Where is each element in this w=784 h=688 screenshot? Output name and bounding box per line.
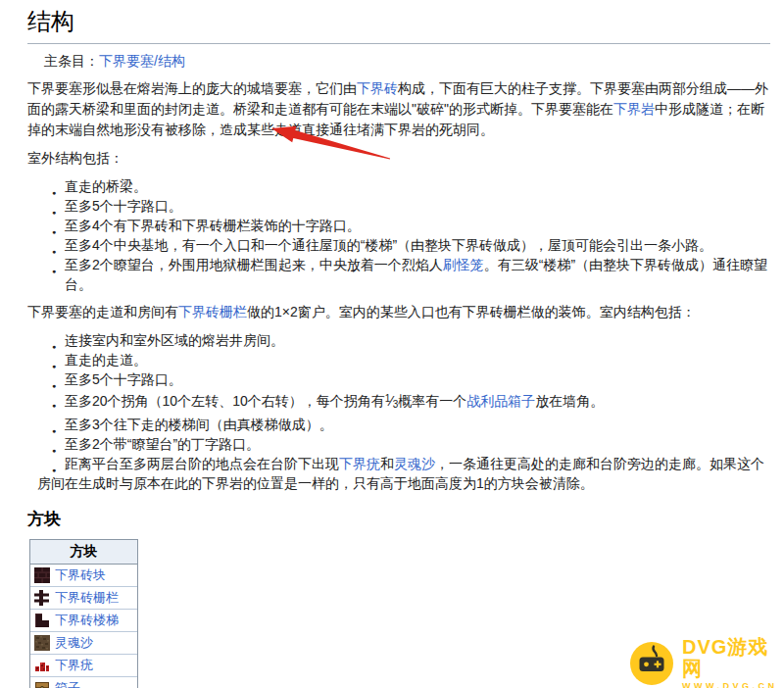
section-heading: 结构: [27, 4, 770, 44]
link-nether-wart[interactable]: 下界疣: [339, 456, 380, 471]
hatnote: 主条目：下界要塞/结构: [44, 51, 772, 71]
dvg-watermark: DVG游戏网 WWW.DVG.CN: [630, 636, 784, 688]
soul-sand-icon: [34, 635, 50, 651]
table-row: 下界砖块: [30, 565, 138, 587]
list-item: 至多20个拐角（10个左转、10个右转），每个拐角有1⁄3概率有一个战利品箱子放…: [65, 389, 772, 415]
block-link[interactable]: 下界砖栅栏: [55, 589, 119, 607]
list-item: 至多2个带“瞭望台”的丁字路口。: [65, 434, 772, 454]
table-row: 灵魂沙: [30, 632, 138, 655]
nether-wart-icon: [34, 658, 50, 673]
blocks-table-header: 方块: [30, 540, 138, 565]
list-item: 至多4个有下界砖和下界砖栅栏装饰的十字路口。: [65, 216, 772, 235]
indoor-structure-list: 连接室内和室外区域的熔岩井房间。直走的走道。至多5个十字路口。至多20个拐角（1…: [27, 330, 772, 493]
wiki-article: 结构 主条目：下界要塞/结构 下界要塞形似悬在熔岩海上的庞大的城墙要塞，它们由下…: [0, 0, 784, 688]
link-soul-sand[interactable]: 灵魂沙: [394, 456, 435, 471]
nether-brick-block-icon: [34, 567, 50, 583]
table-row: 下界疣: [30, 655, 138, 677]
list-item: 直走的桥梁。: [65, 176, 772, 196]
intro-paragraph: 下界要塞形似悬在熔岩海上的庞大的城墙要塞，它们由下界砖构成，下面有巨大的柱子支撑…: [27, 78, 772, 140]
blocks-heading: 方块: [27, 508, 772, 530]
block-link[interactable]: 灵魂沙: [55, 634, 93, 652]
list-item: 连接室内和室外区域的熔岩井房间。: [65, 330, 772, 350]
nether-brick-stairs-icon: [34, 613, 50, 628]
link-spawner[interactable]: 刷怪笼: [443, 257, 484, 272]
blocks-table: 方块 下界砖块下界砖栅栏下界砖楼梯灵魂沙下界疣箱子烈焰人刷怪笼熔岩: [29, 539, 138, 688]
chest-icon: [34, 680, 50, 688]
list-item: 直走的走道。: [65, 350, 772, 369]
block-link[interactable]: 下界疣: [55, 657, 93, 674]
outdoor-lead: 室外结构包括：: [27, 148, 772, 169]
table-row: 下界砖楼梯: [30, 610, 138, 632]
list-item: 至多2个瞭望台，外围用地狱栅栏围起来，中央放着一个烈焰人刷怪笼。有三级“楼梯”（…: [65, 255, 772, 294]
watermark-title: DVG游戏网: [682, 636, 784, 679]
watermark-url: WWW.DVG.CN: [682, 681, 784, 688]
hatnote-prefix: 主条目：: [44, 53, 99, 69]
link-loot-chest[interactable]: 战利品箱子: [466, 393, 535, 409]
block-link[interactable]: 下界砖楼梯: [55, 612, 119, 629]
list-item: 距离平台至多两层台阶的地点会在台阶下出现下界疣和灵魂沙，一条通往更高处的走廊和台…: [37, 454, 772, 493]
table-row: 下界砖栅栏: [30, 587, 138, 610]
indoor-lead: 下界要塞的走道和房间有下界砖栅栏做的1×2窗户。室内的某些入口也有下界砖栅栏做的…: [27, 302, 772, 322]
block-link[interactable]: 箱子: [55, 679, 80, 688]
nether-brick-fence-icon: [34, 590, 50, 606]
fraction: 1⁄3: [385, 393, 398, 409]
list-item: 至多4个中央基地，有一个入口和一个通往屋顶的“楼梯”（由整块下界砖做成），屋顶可…: [65, 235, 772, 255]
link-netherrack[interactable]: 下界岩: [613, 101, 655, 117]
list-item: 至多5个十字路口。: [65, 196, 772, 216]
hatnote-link[interactable]: 下界要塞/结构: [99, 53, 185, 69]
list-item: 至多3个往下走的楼梯间（由真楼梯做成）。: [65, 415, 772, 434]
block-link[interactable]: 下界砖块: [55, 566, 106, 584]
table-row: 箱子: [30, 677, 138, 688]
link-nether-brick-fence[interactable]: 下界砖栅栏: [178, 304, 247, 319]
gamepad-icon: [630, 642, 673, 685]
list-item: 至多5个十字路口。: [65, 369, 772, 389]
outdoor-structure-list: 直走的桥梁。至多5个十字路口。至多4个有下界砖和下界砖栅栏装饰的十字路口。至多4…: [27, 176, 772, 294]
link-nether-brick[interactable]: 下界砖: [357, 80, 398, 96]
